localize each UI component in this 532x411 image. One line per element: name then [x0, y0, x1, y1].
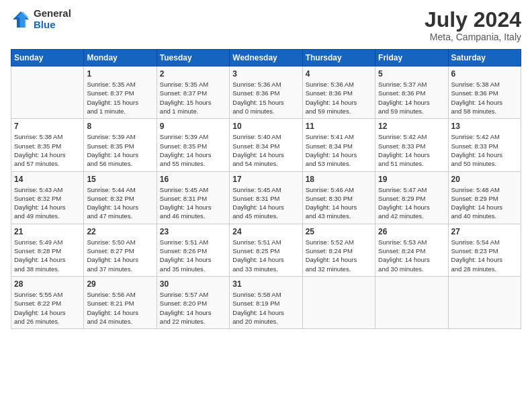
day-number: 17	[232, 175, 299, 184]
day-number: 4	[306, 69, 372, 79]
day-info: Sunrise: 5:35 AM Sunset: 8:37 PM Dayligh…	[87, 80, 153, 116]
week-row-5: 28Sunrise: 5:55 AM Sunset: 8:22 PM Dayli…	[11, 276, 521, 328]
day-info: Sunrise: 5:46 AM Sunset: 8:30 PM Dayligh…	[306, 185, 372, 221]
calendar-cell: 22Sunrise: 5:50 AM Sunset: 8:27 PM Dayli…	[84, 224, 157, 276]
day-info: Sunrise: 5:42 AM Sunset: 8:33 PM Dayligh…	[378, 132, 445, 168]
logo-blue-text: Blue	[34, 19, 71, 31]
col-sunday: Sunday	[11, 50, 84, 66]
col-wednesday: Wednesday	[230, 50, 302, 66]
day-number: 12	[378, 122, 445, 131]
week-row-4: 21Sunrise: 5:49 AM Sunset: 8:28 PM Dayli…	[11, 224, 521, 276]
calendar-cell: 1Sunrise: 5:35 AM Sunset: 8:37 PM Daylig…	[84, 66, 157, 119]
calendar-cell: 21Sunrise: 5:49 AM Sunset: 8:28 PM Dayli…	[11, 224, 84, 276]
day-info: Sunrise: 5:57 AM Sunset: 8:20 PM Dayligh…	[160, 290, 226, 326]
logo-icon	[11, 9, 31, 30]
day-info: Sunrise: 5:43 AM Sunset: 8:32 PM Dayligh…	[14, 185, 81, 221]
title-block: July 2024 Meta, Campania, Italy	[425, 8, 521, 42]
calendar-cell: 16Sunrise: 5:45 AM Sunset: 8:31 PM Dayli…	[157, 171, 229, 224]
day-info: Sunrise: 5:39 AM Sunset: 8:35 PM Dayligh…	[160, 132, 226, 168]
calendar-cell: 7Sunrise: 5:38 AM Sunset: 8:35 PM Daylig…	[11, 119, 84, 171]
calendar-cell	[375, 276, 448, 328]
calendar-cell: 25Sunrise: 5:52 AM Sunset: 8:24 PM Dayli…	[302, 224, 375, 276]
day-info: Sunrise: 5:58 AM Sunset: 8:19 PM Dayligh…	[232, 290, 299, 326]
calendar-cell: 27Sunrise: 5:54 AM Sunset: 8:23 PM Dayli…	[448, 224, 521, 276]
day-number: 13	[451, 122, 518, 131]
day-info: Sunrise: 5:45 AM Sunset: 8:31 PM Dayligh…	[232, 185, 299, 221]
day-info: Sunrise: 5:35 AM Sunset: 8:37 PM Dayligh…	[160, 80, 226, 116]
calendar-cell: 3Sunrise: 5:36 AM Sunset: 8:36 PM Daylig…	[230, 66, 302, 119]
day-info: Sunrise: 5:54 AM Sunset: 8:23 PM Dayligh…	[451, 238, 518, 273]
day-number: 15	[87, 175, 153, 184]
col-tuesday: Tuesday	[157, 50, 229, 66]
logo-general-text: General	[34, 8, 71, 19]
day-number: 3	[232, 69, 299, 79]
day-number: 19	[378, 175, 445, 184]
day-number: 6	[451, 69, 518, 79]
col-thursday: Thursday	[302, 50, 375, 66]
col-saturday: Saturday	[448, 50, 521, 66]
day-info: Sunrise: 5:56 AM Sunset: 8:21 PM Dayligh…	[87, 290, 153, 326]
page: General Blue July 2024 Meta, Campania, I…	[0, 0, 532, 411]
day-number: 18	[306, 175, 372, 184]
header-row: Sunday Monday Tuesday Wednesday Thursday…	[11, 50, 521, 66]
day-info: Sunrise: 5:50 AM Sunset: 8:27 PM Dayligh…	[87, 238, 153, 273]
calendar-cell: 17Sunrise: 5:45 AM Sunset: 8:31 PM Dayli…	[230, 171, 302, 224]
day-number: 22	[87, 227, 153, 236]
day-info: Sunrise: 5:44 AM Sunset: 8:32 PM Dayligh…	[87, 185, 153, 221]
day-number: 7	[14, 122, 81, 131]
calendar-cell	[11, 66, 84, 119]
calendar-cell: 29Sunrise: 5:56 AM Sunset: 8:21 PM Dayli…	[84, 276, 157, 328]
calendar-cell: 15Sunrise: 5:44 AM Sunset: 8:32 PM Dayli…	[84, 171, 157, 224]
day-info: Sunrise: 5:38 AM Sunset: 8:35 PM Dayligh…	[14, 132, 81, 168]
day-number: 8	[87, 122, 153, 131]
calendar-cell: 20Sunrise: 5:48 AM Sunset: 8:29 PM Dayli…	[448, 171, 521, 224]
calendar-cell: 19Sunrise: 5:47 AM Sunset: 8:29 PM Dayli…	[375, 171, 448, 224]
day-info: Sunrise: 5:45 AM Sunset: 8:31 PM Dayligh…	[160, 185, 226, 221]
calendar-cell: 23Sunrise: 5:51 AM Sunset: 8:26 PM Dayli…	[157, 224, 229, 276]
day-number: 23	[160, 227, 226, 236]
day-number: 14	[14, 175, 81, 184]
day-number: 30	[160, 279, 226, 289]
day-number: 29	[87, 279, 153, 289]
day-number: 11	[306, 122, 372, 131]
day-number: 28	[14, 279, 81, 289]
day-number: 5	[378, 69, 445, 79]
day-info: Sunrise: 5:51 AM Sunset: 8:26 PM Dayligh…	[160, 238, 226, 273]
day-info: Sunrise: 5:47 AM Sunset: 8:29 PM Dayligh…	[378, 185, 445, 221]
calendar-cell	[448, 276, 521, 328]
day-number: 21	[14, 227, 81, 236]
calendar-cell: 11Sunrise: 5:41 AM Sunset: 8:34 PM Dayli…	[302, 119, 375, 171]
col-friday: Friday	[375, 50, 448, 66]
day-number: 16	[160, 175, 226, 184]
day-info: Sunrise: 5:36 AM Sunset: 8:36 PM Dayligh…	[306, 80, 372, 116]
day-info: Sunrise: 5:41 AM Sunset: 8:34 PM Dayligh…	[306, 132, 372, 168]
day-info: Sunrise: 5:40 AM Sunset: 8:34 PM Dayligh…	[232, 132, 299, 168]
day-number: 27	[451, 227, 518, 236]
day-info: Sunrise: 5:36 AM Sunset: 8:36 PM Dayligh…	[232, 80, 299, 116]
day-info: Sunrise: 5:39 AM Sunset: 8:35 PM Dayligh…	[87, 132, 153, 168]
calendar-cell: 18Sunrise: 5:46 AM Sunset: 8:30 PM Dayli…	[302, 171, 375, 224]
day-number: 31	[232, 279, 299, 289]
day-info: Sunrise: 5:49 AM Sunset: 8:28 PM Dayligh…	[14, 238, 81, 273]
day-number: 26	[378, 227, 445, 236]
month-title: July 2024	[425, 8, 521, 32]
calendar-cell: 5Sunrise: 5:37 AM Sunset: 8:36 PM Daylig…	[375, 66, 448, 119]
day-number: 24	[232, 227, 299, 236]
day-info: Sunrise: 5:38 AM Sunset: 8:36 PM Dayligh…	[451, 80, 518, 116]
calendar-cell: 30Sunrise: 5:57 AM Sunset: 8:20 PM Dayli…	[157, 276, 229, 328]
day-number: 1	[87, 69, 153, 79]
day-number: 2	[160, 69, 226, 79]
location: Meta, Campania, Italy	[425, 32, 521, 42]
day-number: 10	[232, 122, 299, 131]
week-row-3: 14Sunrise: 5:43 AM Sunset: 8:32 PM Dayli…	[11, 171, 521, 224]
day-info: Sunrise: 5:42 AM Sunset: 8:33 PM Dayligh…	[451, 132, 518, 168]
calendar-cell: 8Sunrise: 5:39 AM Sunset: 8:35 PM Daylig…	[84, 119, 157, 171]
logo: General Blue	[11, 8, 71, 30]
week-row-2: 7Sunrise: 5:38 AM Sunset: 8:35 PM Daylig…	[11, 119, 521, 171]
header: General Blue July 2024 Meta, Campania, I…	[11, 8, 521, 42]
day-info: Sunrise: 5:52 AM Sunset: 8:24 PM Dayligh…	[306, 238, 372, 273]
day-number: 25	[306, 227, 372, 236]
calendar-cell: 14Sunrise: 5:43 AM Sunset: 8:32 PM Dayli…	[11, 171, 84, 224]
calendar-cell: 12Sunrise: 5:42 AM Sunset: 8:33 PM Dayli…	[375, 119, 448, 171]
day-info: Sunrise: 5:48 AM Sunset: 8:29 PM Dayligh…	[451, 185, 518, 221]
